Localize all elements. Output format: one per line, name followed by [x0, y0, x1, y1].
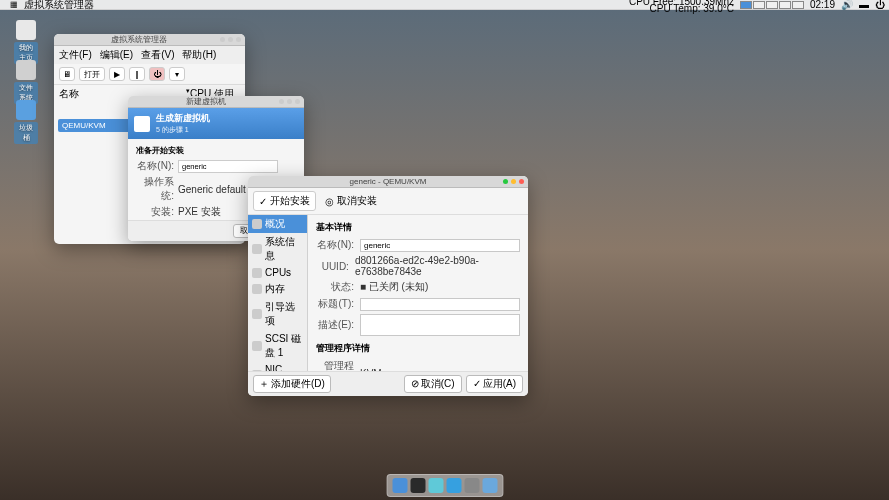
app-title[interactable]: 虚拟系统管理器 [24, 0, 94, 12]
sidebar-item-icon [252, 309, 262, 319]
play-button[interactable]: ▶ [109, 67, 125, 81]
title-input[interactable] [360, 298, 520, 311]
check-icon: ✓ [259, 196, 267, 207]
cancel-icon: ⊘ [411, 378, 419, 389]
dock-item[interactable] [482, 478, 497, 493]
cancel-button[interactable]: ⊘ 取消(C) [404, 375, 462, 393]
vm-name-input[interactable] [178, 160, 278, 173]
dock-item[interactable] [464, 478, 479, 493]
dock-item[interactable] [392, 478, 407, 493]
clock: 02:19 [810, 0, 835, 10]
mgr-section-header: 管理程序详情 [316, 342, 520, 355]
menu-item[interactable]: 文件(F) [59, 48, 92, 62]
desktop-icon[interactable]: 垃圾桶 [14, 100, 38, 144]
check-icon: ✓ [473, 378, 481, 389]
sidebar-item[interactable]: 引导选项 [248, 298, 307, 330]
sidebar-item-label: 内存 [265, 282, 285, 296]
sidebar-item-icon [252, 341, 262, 351]
cpu-indicator-bars [740, 1, 804, 9]
basic-section-header: 基本详情 [316, 221, 520, 234]
desktop-icon[interactable]: 文件系统 [14, 60, 38, 104]
wizard-header: 生成新虚拟机 5 的步骤 1 [128, 108, 304, 139]
pause-button[interactable]: ‖ [129, 67, 145, 81]
add-hardware-button[interactable]: ＋添加硬件(D) [253, 375, 331, 393]
battery-icon[interactable]: ▬ [859, 0, 869, 10]
menu-row: 文件(F)编辑(E)查看(V)帮助(H) [54, 46, 245, 64]
window-title: 虚拟系统管理器 [58, 34, 220, 45]
titlebar[interactable]: 虚拟系统管理器 [54, 34, 245, 46]
sidebar-item-label: SCSI 磁盘 1 [265, 332, 303, 360]
shutdown-button[interactable]: ⏻ [149, 67, 165, 81]
maximize-button[interactable] [511, 179, 516, 184]
sidebar-item-label: 概况 [265, 217, 285, 231]
menu-item[interactable]: 编辑(E) [100, 48, 133, 62]
window-title: generic - QEMU/KVM [252, 177, 524, 186]
menu-item[interactable]: 查看(V) [141, 48, 174, 62]
dock-item[interactable] [446, 478, 461, 493]
install-value: PXE 安装 [178, 205, 221, 219]
description-textarea[interactable] [360, 314, 520, 336]
begin-install-button[interactable]: ✓开始安装 [253, 191, 316, 211]
titlebar[interactable]: 新建虚拟机 [128, 96, 304, 108]
vm-box-icon [134, 116, 150, 132]
close-button[interactable] [519, 179, 524, 184]
name-input[interactable] [360, 239, 520, 252]
sidebar-item[interactable]: SCSI 磁盘 1 [248, 330, 307, 362]
dock-item[interactable] [410, 478, 425, 493]
window-title: 新建虚拟机 [132, 96, 279, 107]
sidebar-item-icon [252, 244, 262, 254]
plus-icon: ＋ [259, 377, 269, 391]
sidebar-item[interactable]: CPUs [248, 265, 307, 280]
vm-details-window: generic - QEMU/KVM ✓开始安装 ◎取消安装 概况系统信息CPU… [248, 176, 528, 396]
power-icon[interactable]: ⏻ [875, 0, 885, 10]
dock-item[interactable] [428, 478, 443, 493]
dropdown-button[interactable]: ▾ [169, 67, 185, 81]
sidebar-item-icon [252, 268, 262, 278]
sidebar-item-label: 引导选项 [265, 300, 303, 328]
toolbar: 🖥 打开 ▶ ‖ ⏻ ▾ [54, 64, 245, 84]
titlebar[interactable]: generic - QEMU/KVM [248, 176, 528, 188]
menu-item[interactable]: 帮助(H) [182, 48, 216, 62]
detail-pane: 基本详情 名称(N): UUID:d801266a-ed2c-49e2-b90a… [308, 215, 528, 381]
sidebar-item[interactable]: 系统信息 [248, 233, 307, 265]
desktop-item-label: 垃圾桶 [14, 122, 38, 144]
apply-button[interactable]: ✓ 应用(A) [466, 375, 523, 393]
dock [386, 474, 503, 497]
status-value: ■ 已关闭 (未知) [360, 280, 428, 294]
sidebar-item[interactable]: 内存 [248, 280, 307, 298]
desktop-item-icon [16, 100, 36, 120]
desktop-item-icon [16, 60, 36, 80]
action-row: ✓开始安装 ◎取消安装 [248, 188, 528, 215]
desktop-item-icon [16, 20, 36, 40]
ready-section-label: 准备开始安装 [136, 145, 296, 156]
os-value: Generic default [178, 184, 246, 195]
hardware-sidebar: 概况系统信息CPUs内存引导选项SCSI 磁盘 1NIC :e1:cc:1b控制… [248, 215, 308, 381]
new-vm-button[interactable]: 🖥 [59, 67, 75, 81]
desktop-icon[interactable]: 我的主页 [14, 20, 38, 64]
sidebar-item[interactable]: 概况 [248, 215, 307, 233]
open-button[interactable]: 打开 [79, 67, 105, 81]
menubar: ▦ 虚拟系统管理器 CPU Free: 1500.39Mhz CPU Temp:… [0, 0, 889, 10]
sidebar-item-icon [252, 284, 262, 294]
cpu-info: CPU Free: 1500.39Mhz CPU Temp: 39.0°C [629, 0, 734, 12]
sidebar-item-label: 系统信息 [265, 235, 303, 263]
sidebar-item-icon [252, 219, 262, 229]
cancel-install-button[interactable]: ◎取消安装 [320, 192, 382, 210]
sidebar-item-label: CPUs [265, 267, 291, 278]
minimize-button[interactable] [503, 179, 508, 184]
uuid-value: d801266a-ed2c-49e2-b90a-e7638be7843e [355, 255, 520, 277]
stop-icon: ◎ [325, 196, 334, 207]
volume-icon[interactable]: 🔊 [841, 0, 853, 10]
vm-logo-icon: ▦ [10, 0, 18, 9]
